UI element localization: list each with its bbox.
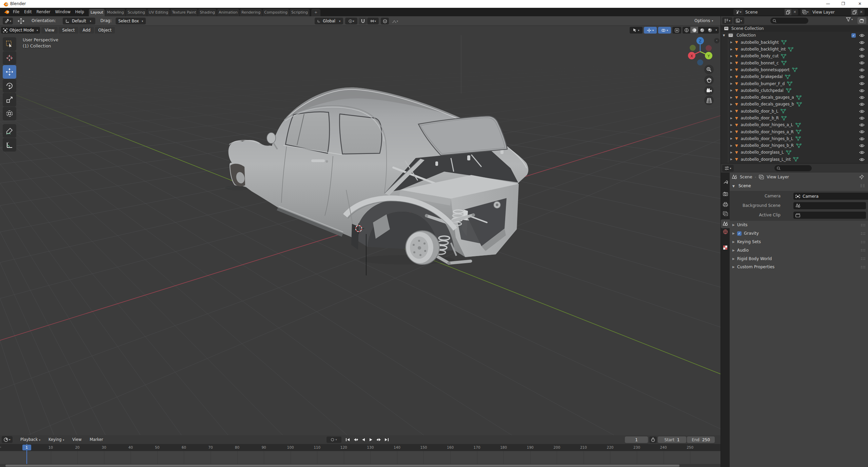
expand-arrow-icon[interactable]: ▶ xyxy=(730,117,734,120)
eye-icon[interactable] xyxy=(859,137,865,141)
expand-arrow-icon[interactable]: ▶ xyxy=(730,75,734,78)
timeline-menu[interactable]: View xyxy=(68,436,85,443)
collapse-sidebar-arrow[interactable]: ‹ xyxy=(714,38,719,43)
collapse-arrow-icon[interactable]: ▼ xyxy=(723,34,725,37)
gizmo-neg-y-axis[interactable] xyxy=(690,45,696,51)
scene-name-field[interactable]: Scene xyxy=(743,9,785,15)
eye-icon[interactable] xyxy=(859,151,865,154)
outliner-item-row[interactable]: ▶ ▼ autobello_door_hinges_b_L xyxy=(721,135,868,142)
outliner-item-row[interactable]: ▶ ▼ autobello_decals_gauges_a xyxy=(721,94,868,101)
show-gizmo-toggle[interactable]: ▾ xyxy=(644,27,657,34)
orientation-dropdown[interactable]: Default ▾ xyxy=(63,18,95,24)
xray-toggle[interactable] xyxy=(672,27,681,34)
expand-arrow-icon[interactable]: ▶ xyxy=(730,137,734,140)
topbar-menu[interactable]: Help xyxy=(73,8,86,16)
timeline-menu[interactable]: Marker xyxy=(86,436,107,443)
outliner-item-row[interactable]: ▶ ▼ autobello_body_cut xyxy=(721,53,868,59)
next-keyframe-button[interactable] xyxy=(375,436,383,443)
expand-arrow-icon[interactable]: ▶ xyxy=(730,158,734,161)
use-preview-range-button[interactable] xyxy=(649,436,657,443)
outliner-item-row[interactable]: ▶ ▼ autobello_backlight xyxy=(721,39,868,46)
play-reverse-button[interactable] xyxy=(359,436,367,443)
camera-field[interactable]: Camera ✕ xyxy=(793,193,868,200)
expand-arrow-icon[interactable]: ▶ xyxy=(730,55,734,58)
outliner-item-row[interactable]: ▶ ▼ autobello_bonnetsupport xyxy=(721,66,868,73)
object-visibility-dropdown[interactable]: ▾ xyxy=(630,27,643,34)
show-overlays-toggle[interactable]: ▾ xyxy=(658,27,671,34)
tool-annotate-button[interactable] xyxy=(3,124,16,138)
topbar-menu[interactable]: Window xyxy=(53,8,73,16)
gravity-checkbox[interactable]: ✓ xyxy=(737,231,742,236)
outliner-item-row[interactable]: ▶ ▼ autobello_clutchpedal xyxy=(721,87,868,94)
options-dropdown[interactable]: Options▾ xyxy=(694,18,713,23)
viewport-menu[interactable]: Select xyxy=(59,27,78,34)
breadcrumb-view-layer[interactable]: View Layer xyxy=(767,175,789,179)
outliner-item-row[interactable]: ▶ ▼ autobello_door_b_R xyxy=(721,115,868,121)
viewport-menu[interactable]: View xyxy=(41,27,58,34)
topbar-menu[interactable]: Render xyxy=(34,8,53,16)
tool-cursor-button[interactable] xyxy=(3,51,16,65)
workspace-tab[interactable]: Compositing xyxy=(262,9,289,16)
timeline-scrollbar-thumb[interactable] xyxy=(5,465,679,467)
expand-arrow-icon[interactable]: ▶ xyxy=(730,103,734,106)
shading-dropdown[interactable]: ▾ xyxy=(714,27,719,33)
workspace-tab[interactable]: Shading xyxy=(198,9,217,16)
timeline-menu[interactable]: Playback ▾ xyxy=(16,436,44,443)
timeline-scrollbar[interactable] xyxy=(0,464,721,467)
expand-arrow-icon[interactable]: ▶ xyxy=(730,82,734,85)
shading-rendered-button[interactable] xyxy=(706,27,714,33)
eye-icon[interactable] xyxy=(859,68,865,72)
outliner-row-scene-collection[interactable]: Scene Collection xyxy=(721,25,868,32)
topbar-menu[interactable]: Edit xyxy=(22,8,34,16)
expand-arrow-icon[interactable]: ▶ xyxy=(730,68,734,71)
expand-arrow-icon[interactable]: ▶ xyxy=(730,130,734,133)
collection-checkbox[interactable]: ✓ xyxy=(851,33,856,38)
topbar-menu[interactable]: File xyxy=(11,8,22,16)
eye-icon[interactable] xyxy=(859,96,865,99)
transform-pivot-dropdown[interactable]: Global ▾ xyxy=(315,18,343,24)
camera-view-button[interactable] xyxy=(704,86,714,95)
shading-wireframe-button[interactable] xyxy=(683,27,690,33)
restore-button[interactable]: ❐ xyxy=(836,0,851,8)
timeline-track-area[interactable] xyxy=(0,451,721,464)
shading-material-button[interactable] xyxy=(698,27,706,33)
eye-icon[interactable] xyxy=(859,116,865,120)
expand-arrow-icon[interactable]: ▶ xyxy=(730,89,734,92)
eye-icon[interactable] xyxy=(859,41,865,44)
workspace-tab[interactable]: Modeling xyxy=(105,9,125,16)
expand-arrow-icon[interactable]: ▶ xyxy=(730,48,734,51)
snap-toggle-button[interactable] xyxy=(359,18,367,24)
tab-output[interactable] xyxy=(721,200,730,209)
shading-solid-button[interactable] xyxy=(690,27,698,33)
blender-menu-logo-icon[interactable] xyxy=(4,9,10,15)
expand-arrow-icon[interactable]: ▶ xyxy=(730,61,734,64)
viewport-menu[interactable]: Add xyxy=(79,27,94,34)
playhead-frame-label[interactable]: 1 xyxy=(22,445,31,450)
close-button[interactable]: ✕ xyxy=(852,0,867,8)
eye-icon[interactable] xyxy=(859,75,865,79)
workspace-tab[interactable]: Scripting xyxy=(290,9,310,16)
jump-to-end-button[interactable] xyxy=(383,436,391,443)
eye-icon[interactable] xyxy=(859,34,865,37)
workspace-tab[interactable]: Rendering xyxy=(240,9,262,16)
jump-to-start-button[interactable] xyxy=(344,436,352,443)
tool-select-box-button[interactable] xyxy=(3,37,16,51)
timeline-menu[interactable]: Keying ▾ xyxy=(44,436,68,443)
eye-icon[interactable] xyxy=(859,61,865,65)
outliner-item-row[interactable]: ▶ ▼ autobello_bonnet_c xyxy=(721,59,868,66)
auto-keying-button[interactable]: ▾ xyxy=(327,436,341,443)
editor-type-timeline-button[interactable]: ▾ xyxy=(2,436,13,443)
workspace-tab[interactable]: Sculpting xyxy=(126,9,146,16)
tool-transform-button[interactable] xyxy=(3,107,16,120)
expand-arrow-icon[interactable]: ▶ xyxy=(730,110,734,113)
workspace-tab[interactable]: Texture Paint xyxy=(170,9,198,16)
eye-icon[interactable] xyxy=(859,123,865,127)
editor-type-outliner-button[interactable]: ▾ xyxy=(722,17,732,24)
view-layer-name-field[interactable]: View Layer xyxy=(810,9,851,15)
background-scene-field[interactable] xyxy=(793,202,866,209)
outliner-item-row[interactable]: ▶ ▼ autobello_door_hinges_b_R xyxy=(721,142,868,149)
scene-panel-header[interactable]: ▼ Scene ⣿⣿ xyxy=(721,181,868,191)
expand-arrow-icon[interactable]: ▶ xyxy=(730,123,734,127)
mode-dropdown[interactable]: Object Mode ▾ xyxy=(1,27,40,34)
zoom-view-button[interactable] xyxy=(704,65,714,74)
